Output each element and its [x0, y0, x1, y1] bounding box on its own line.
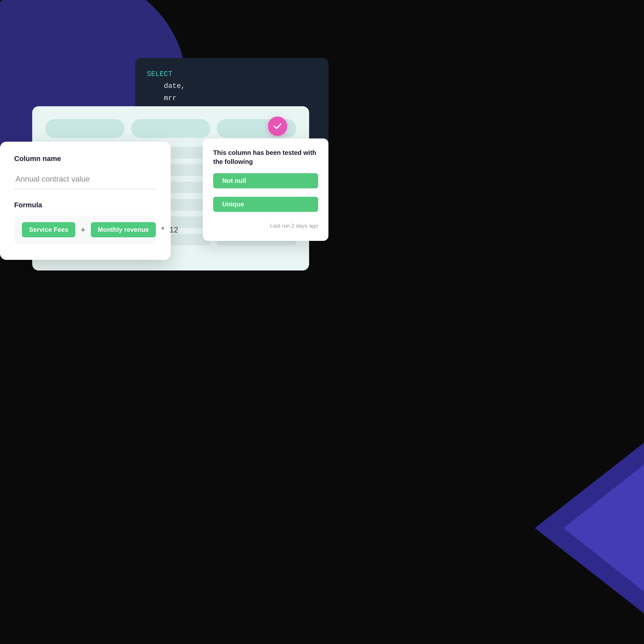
test-card: This column has been tested with the fol…: [203, 138, 328, 241]
column-name-label: Column name: [14, 155, 156, 163]
test-card-title: This column has been tested with the fol…: [213, 148, 318, 166]
check-badge: [268, 117, 287, 136]
column-name-card: Column name Formula Service Fees + Month…: [0, 142, 171, 260]
column-name-input[interactable]: [14, 169, 156, 189]
formula-tag-monthly-revenue[interactable]: Monthly revenue: [91, 222, 156, 237]
test-badge-list: Not null Unique: [213, 173, 318, 216]
formula-operator-multiply: *: [161, 225, 164, 235]
test-badge-unique: Unique: [213, 197, 318, 212]
test-badge-not-null: Not null: [213, 173, 318, 188]
formula-number: 12: [170, 225, 178, 234]
formula-operator-plus: +: [81, 225, 85, 235]
table-header-col1: [45, 119, 125, 138]
table-header: [45, 119, 296, 138]
background-triangle: [535, 438, 644, 618]
formula-tag-service-fees[interactable]: Service Fees: [22, 222, 75, 237]
formula-row: Service Fees + Monthly revenue * 12: [14, 216, 156, 244]
test-last-run: Last run 2 days ago: [213, 223, 318, 229]
check-icon: [272, 121, 283, 131]
table-header-col2: [131, 119, 211, 138]
formula-label: Formula: [14, 201, 156, 209]
